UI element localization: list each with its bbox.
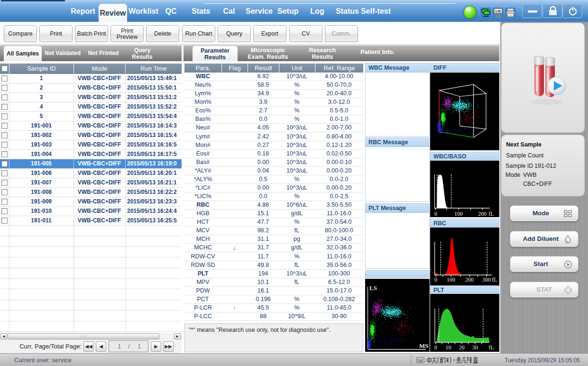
svg-text:fL: fL: [488, 344, 494, 351]
svg-text:100: 100: [454, 210, 463, 217]
svg-text:100: 100: [447, 276, 455, 283]
svg-text:0: 0: [434, 276, 437, 283]
svg-text:LS: LS: [369, 284, 377, 292]
svg-text:LIS: LIS: [496, 9, 501, 13]
svg-text:0: 0: [434, 210, 437, 217]
svg-text:30: 30: [472, 344, 478, 351]
svg-text:20: 20: [459, 344, 465, 351]
svg-text:fL: fL: [488, 210, 494, 217]
svg-text:300: 300: [482, 276, 491, 283]
svg-text:10: 10: [446, 344, 451, 351]
svg-text:200: 200: [478, 210, 487, 217]
svg-text:200: 200: [465, 276, 474, 283]
svg-text:fL: fL: [492, 276, 497, 283]
svg-text:0: 0: [434, 344, 437, 351]
svg-text:MS: MS: [419, 342, 429, 349]
